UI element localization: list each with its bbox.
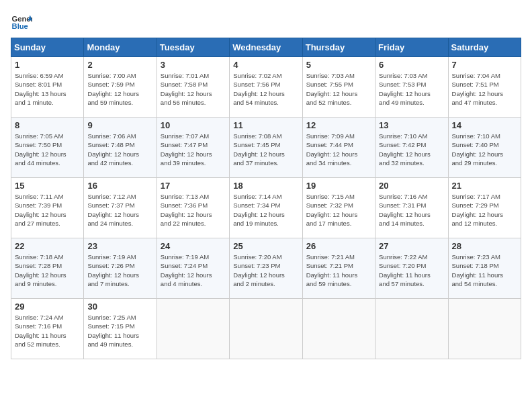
day-number: 2: [87, 60, 152, 70]
day-number: 24: [161, 241, 226, 251]
weekday-header-thursday: Thursday: [302, 38, 375, 57]
weekday-header-row: SundayMondayTuesdayWednesdayThursdayFrid…: [11, 38, 521, 57]
day-number: 15: [15, 181, 80, 191]
day-info: Sunrise: 7:15 AM Sunset: 7:32 PM Dayligh…: [306, 192, 371, 228]
day-info: Sunrise: 7:21 AM Sunset: 7:21 PM Dayligh…: [306, 253, 371, 288]
calendar-cell: 15Sunrise: 7:11 AM Sunset: 7:39 PM Dayli…: [11, 178, 84, 238]
day-number: 30: [87, 302, 152, 312]
day-info: Sunrise: 7:06 AM Sunset: 7:48 PM Dayligh…: [87, 132, 152, 167]
day-info: Sunrise: 7:19 AM Sunset: 7:24 PM Dayligh…: [161, 253, 226, 288]
calendar-cell: 30Sunrise: 7:25 AM Sunset: 7:15 PM Dayli…: [84, 299, 157, 359]
calendar-cell: 7Sunrise: 7:04 AM Sunset: 7:51 PM Daylig…: [448, 57, 521, 118]
calendar-week-row: 15Sunrise: 7:11 AM Sunset: 7:39 PM Dayli…: [11, 178, 521, 238]
day-info: Sunrise: 7:04 AM Sunset: 7:51 PM Dayligh…: [452, 71, 517, 107]
calendar-cell: 29Sunrise: 7:24 AM Sunset: 7:16 PM Dayli…: [11, 299, 84, 359]
day-number: 6: [379, 60, 444, 70]
calendar-week-row: 1Sunrise: 6:59 AM Sunset: 8:01 PM Daylig…: [11, 57, 521, 118]
calendar-week-row: 22Sunrise: 7:18 AM Sunset: 7:28 PM Dayli…: [11, 238, 521, 299]
day-info: Sunrise: 7:02 AM Sunset: 7:56 PM Dayligh…: [233, 71, 298, 107]
day-number: 7: [452, 60, 517, 70]
day-number: 18: [233, 181, 298, 191]
calendar-cell: 24Sunrise: 7:19 AM Sunset: 7:24 PM Dayli…: [157, 238, 229, 299]
weekday-header-sunday: Sunday: [11, 38, 84, 57]
calendar-cell: 26Sunrise: 7:21 AM Sunset: 7:21 PM Dayli…: [302, 238, 375, 299]
calendar-week-row: 29Sunrise: 7:24 AM Sunset: 7:16 PM Dayli…: [11, 299, 521, 359]
calendar-table: SundayMondayTuesdayWednesdayThursdayFrid…: [11, 38, 521, 359]
calendar-cell: [302, 299, 375, 359]
calendar-cell: 18Sunrise: 7:14 AM Sunset: 7:34 PM Dayli…: [230, 178, 302, 238]
calendar-cell: 22Sunrise: 7:18 AM Sunset: 7:28 PM Dayli…: [11, 238, 84, 299]
day-number: 8: [15, 120, 80, 130]
day-number: 13: [379, 120, 444, 130]
calendar-cell: 25Sunrise: 7:20 AM Sunset: 7:23 PM Dayli…: [230, 238, 302, 299]
day-number: 3: [161, 60, 226, 70]
calendar-cell: 5Sunrise: 7:03 AM Sunset: 7:55 PM Daylig…: [302, 57, 375, 118]
day-number: 23: [87, 241, 152, 251]
weekday-header-saturday: Saturday: [448, 38, 521, 57]
day-info: Sunrise: 7:07 AM Sunset: 7:47 PM Dayligh…: [161, 132, 226, 167]
calendar-cell: [448, 299, 521, 359]
day-number: 21: [452, 181, 517, 191]
calendar-cell: 6Sunrise: 7:03 AM Sunset: 7:53 PM Daylig…: [375, 57, 448, 118]
day-number: 20: [379, 181, 444, 191]
day-info: Sunrise: 7:18 AM Sunset: 7:28 PM Dayligh…: [15, 253, 80, 288]
day-info: Sunrise: 7:00 AM Sunset: 7:59 PM Dayligh…: [87, 71, 152, 107]
day-info: Sunrise: 7:23 AM Sunset: 7:18 PM Dayligh…: [452, 253, 517, 288]
calendar-cell: 28Sunrise: 7:23 AM Sunset: 7:18 PM Dayli…: [448, 238, 521, 299]
day-number: 11: [233, 120, 298, 130]
weekday-header-friday: Friday: [375, 38, 448, 57]
day-number: 29: [15, 302, 80, 312]
svg-text:Blue: Blue: [12, 22, 28, 30]
day-info: Sunrise: 7:10 AM Sunset: 7:40 PM Dayligh…: [452, 132, 517, 167]
day-number: 16: [87, 181, 152, 191]
calendar-cell: 9Sunrise: 7:06 AM Sunset: 7:48 PM Daylig…: [84, 118, 157, 178]
day-info: Sunrise: 7:17 AM Sunset: 7:29 PM Dayligh…: [452, 192, 517, 228]
calendar-cell: 27Sunrise: 7:22 AM Sunset: 7:20 PM Dayli…: [375, 238, 448, 299]
day-number: 27: [379, 241, 444, 251]
day-info: Sunrise: 7:01 AM Sunset: 7:58 PM Dayligh…: [161, 71, 226, 107]
day-info: Sunrise: 7:08 AM Sunset: 7:45 PM Dayligh…: [233, 132, 298, 167]
day-info: Sunrise: 7:19 AM Sunset: 7:26 PM Dayligh…: [87, 253, 152, 288]
day-number: 25: [233, 241, 298, 251]
calendar-cell: 23Sunrise: 7:19 AM Sunset: 7:26 PM Dayli…: [84, 238, 157, 299]
calendar-cell: 12Sunrise: 7:09 AM Sunset: 7:44 PM Dayli…: [302, 118, 375, 178]
weekday-header-monday: Monday: [84, 38, 157, 57]
calendar-cell: 2Sunrise: 7:00 AM Sunset: 7:59 PM Daylig…: [84, 57, 157, 118]
weekday-header-tuesday: Tuesday: [157, 38, 229, 57]
day-number: 5: [306, 60, 371, 70]
day-number: 10: [161, 120, 226, 130]
calendar-cell: 19Sunrise: 7:15 AM Sunset: 7:32 PM Dayli…: [302, 178, 375, 238]
day-number: 26: [306, 241, 371, 251]
day-number: 28: [452, 241, 517, 251]
day-number: 17: [161, 181, 226, 191]
day-number: 12: [306, 120, 371, 130]
day-info: Sunrise: 7:03 AM Sunset: 7:53 PM Dayligh…: [379, 71, 444, 107]
day-info: Sunrise: 6:59 AM Sunset: 8:01 PM Dayligh…: [15, 71, 80, 107]
day-info: Sunrise: 7:14 AM Sunset: 7:34 PM Dayligh…: [233, 192, 298, 228]
calendar-cell: 17Sunrise: 7:13 AM Sunset: 7:36 PM Dayli…: [157, 178, 229, 238]
day-number: 22: [15, 241, 80, 251]
day-info: Sunrise: 7:13 AM Sunset: 7:36 PM Dayligh…: [161, 192, 226, 228]
day-info: Sunrise: 7:11 AM Sunset: 7:39 PM Dayligh…: [15, 192, 80, 228]
calendar-cell: 8Sunrise: 7:05 AM Sunset: 7:50 PM Daylig…: [11, 118, 84, 178]
calendar-cell: 11Sunrise: 7:08 AM Sunset: 7:45 PM Dayli…: [230, 118, 302, 178]
day-info: Sunrise: 7:12 AM Sunset: 7:37 PM Dayligh…: [87, 192, 152, 228]
day-info: Sunrise: 7:20 AM Sunset: 7:23 PM Dayligh…: [233, 253, 298, 288]
calendar-cell: 16Sunrise: 7:12 AM Sunset: 7:37 PM Dayli…: [84, 178, 157, 238]
logo-icon: General Blue: [11, 11, 32, 32]
day-number: 1: [15, 60, 80, 70]
calendar-cell: 14Sunrise: 7:10 AM Sunset: 7:40 PM Dayli…: [448, 118, 521, 178]
day-info: Sunrise: 7:24 AM Sunset: 7:16 PM Dayligh…: [15, 313, 80, 349]
day-info: Sunrise: 7:09 AM Sunset: 7:44 PM Dayligh…: [306, 132, 371, 167]
calendar-week-row: 8Sunrise: 7:05 AM Sunset: 7:50 PM Daylig…: [11, 118, 521, 178]
page-header: General Blue: [11, 11, 521, 32]
calendar-cell: 13Sunrise: 7:10 AM Sunset: 7:42 PM Dayli…: [375, 118, 448, 178]
day-info: Sunrise: 7:05 AM Sunset: 7:50 PM Dayligh…: [15, 132, 80, 167]
weekday-header-wednesday: Wednesday: [230, 38, 302, 57]
logo: General Blue: [11, 11, 32, 32]
calendar-cell: 3Sunrise: 7:01 AM Sunset: 7:58 PM Daylig…: [157, 57, 229, 118]
day-info: Sunrise: 7:22 AM Sunset: 7:20 PM Dayligh…: [379, 253, 444, 288]
day-number: 9: [87, 120, 152, 130]
calendar-cell: 1Sunrise: 6:59 AM Sunset: 8:01 PM Daylig…: [11, 57, 84, 118]
day-number: 19: [306, 181, 371, 191]
